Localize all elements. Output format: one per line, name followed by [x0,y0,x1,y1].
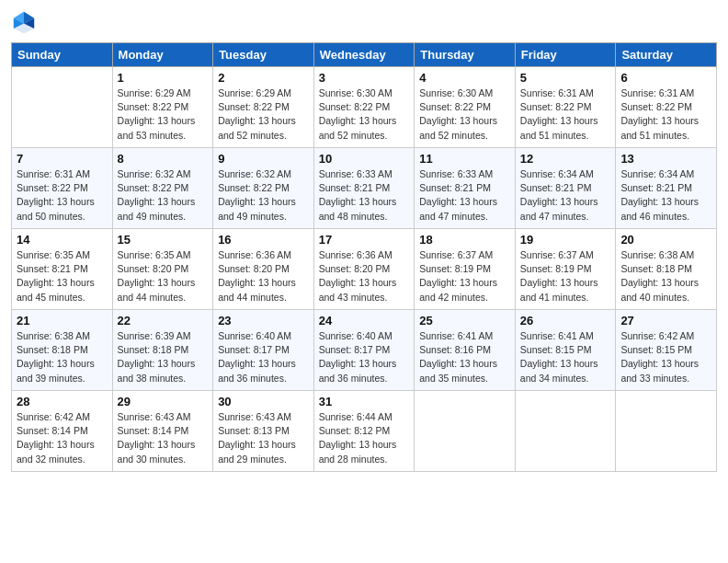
day-number: 13 [620,152,711,166]
calendar-cell [415,391,516,472]
calendar-container: SundayMondayTuesdayWednesdayThursdayFrid… [0,0,728,563]
calendar-week-row: 21Sunrise: 6:38 AM Sunset: 8:18 PM Dayli… [12,310,717,391]
day-number: 17 [319,233,410,247]
calendar-cell: 1Sunrise: 6:29 AM Sunset: 8:22 PM Daylig… [112,67,213,148]
day-number: 15 [118,233,209,247]
calendar-cell: 28Sunrise: 6:42 AM Sunset: 8:14 PM Dayli… [12,391,113,472]
calendar-cell: 9Sunrise: 6:32 AM Sunset: 8:22 PM Daylig… [213,148,314,229]
calendar-cell: 27Sunrise: 6:42 AM Sunset: 8:15 PM Dayli… [616,310,717,391]
day-info: Sunrise: 6:31 AM Sunset: 8:22 PM Dayligh… [620,86,711,143]
day-info: Sunrise: 6:42 AM Sunset: 8:15 PM Dayligh… [620,329,711,385]
calendar-cell: 17Sunrise: 6:36 AM Sunset: 8:20 PM Dayli… [313,229,415,310]
day-info: Sunrise: 6:29 AM Sunset: 8:22 PM Dayligh… [218,86,309,143]
day-number: 6 [620,71,711,85]
calendar-cell: 16Sunrise: 6:36 AM Sunset: 8:20 PM Dayli… [213,229,314,310]
day-info: Sunrise: 6:37 AM Sunset: 8:19 PM Dayligh… [419,248,510,304]
day-info: Sunrise: 6:34 AM Sunset: 8:21 PM Dayligh… [620,167,711,224]
calendar-cell: 26Sunrise: 6:41 AM Sunset: 8:15 PM Dayli… [515,310,616,391]
calendar-cell: 5Sunrise: 6:31 AM Sunset: 8:22 PM Daylig… [515,67,616,148]
day-number: 30 [218,395,309,408]
day-number: 24 [319,314,410,327]
day-number: 3 [319,71,410,85]
calendar-cell: 21Sunrise: 6:38 AM Sunset: 8:18 PM Dayli… [12,310,113,391]
weekday-header-monday: Monday [112,43,213,67]
day-number: 1 [118,71,209,85]
day-info: Sunrise: 6:44 AM Sunset: 8:12 PM Dayligh… [319,410,410,466]
day-number: 29 [118,395,209,408]
calendar-cell: 29Sunrise: 6:43 AM Sunset: 8:14 PM Dayli… [112,391,213,472]
calendar-week-row: 1Sunrise: 6:29 AM Sunset: 8:22 PM Daylig… [12,67,717,148]
calendar-week-row: 7Sunrise: 6:31 AM Sunset: 8:22 PM Daylig… [12,148,717,229]
day-info: Sunrise: 6:30 AM Sunset: 8:22 PM Dayligh… [319,86,410,143]
logo-icon [11,9,37,35]
day-number: 12 [520,152,611,166]
calendar-cell: 25Sunrise: 6:41 AM Sunset: 8:16 PM Dayli… [415,310,516,391]
day-number: 27 [620,314,711,327]
day-info: Sunrise: 6:43 AM Sunset: 8:13 PM Dayligh… [218,410,309,466]
calendar-cell: 12Sunrise: 6:34 AM Sunset: 8:21 PM Dayli… [515,148,616,229]
day-number: 10 [319,152,410,166]
day-info: Sunrise: 6:35 AM Sunset: 8:20 PM Dayligh… [118,248,209,304]
day-info: Sunrise: 6:32 AM Sunset: 8:22 PM Dayligh… [118,167,209,224]
day-info: Sunrise: 6:31 AM Sunset: 8:22 PM Dayligh… [17,167,108,224]
calendar-cell: 3Sunrise: 6:30 AM Sunset: 8:22 PM Daylig… [313,67,415,148]
calendar-cell: 13Sunrise: 6:34 AM Sunset: 8:21 PM Dayli… [616,148,717,229]
day-number: 22 [118,314,209,327]
day-info: Sunrise: 6:43 AM Sunset: 8:14 PM Dayligh… [118,410,209,466]
calendar-cell: 31Sunrise: 6:44 AM Sunset: 8:12 PM Dayli… [313,391,415,472]
day-info: Sunrise: 6:42 AM Sunset: 8:14 PM Dayligh… [17,410,108,466]
calendar-cell: 2Sunrise: 6:29 AM Sunset: 8:22 PM Daylig… [213,67,314,148]
day-number: 26 [520,314,611,327]
calendar-cell [515,391,616,472]
day-number: 14 [17,233,108,247]
day-number: 31 [319,395,410,408]
calendar-cell: 6Sunrise: 6:31 AM Sunset: 8:22 PM Daylig… [616,67,717,148]
day-number: 20 [620,233,711,247]
day-info: Sunrise: 6:29 AM Sunset: 8:22 PM Dayligh… [118,86,209,143]
day-number: 23 [218,314,309,327]
weekday-header-tuesday: Tuesday [213,43,314,67]
day-number: 5 [520,71,611,85]
day-info: Sunrise: 6:36 AM Sunset: 8:20 PM Dayligh… [218,248,309,304]
weekday-header-row: SundayMondayTuesdayWednesdayThursdayFrid… [12,43,717,67]
day-info: Sunrise: 6:30 AM Sunset: 8:22 PM Dayligh… [419,86,510,143]
day-number: 21 [17,314,108,327]
calendar-cell: 7Sunrise: 6:31 AM Sunset: 8:22 PM Daylig… [12,148,113,229]
day-info: Sunrise: 6:38 AM Sunset: 8:18 PM Dayligh… [620,248,711,304]
day-number: 16 [218,233,309,247]
calendar-cell: 19Sunrise: 6:37 AM Sunset: 8:19 PM Dayli… [515,229,616,310]
calendar-cell [12,67,113,148]
day-number: 18 [419,233,510,247]
weekday-header-saturday: Saturday [616,43,717,67]
day-info: Sunrise: 6:36 AM Sunset: 8:20 PM Dayligh… [319,248,410,304]
calendar-week-row: 28Sunrise: 6:42 AM Sunset: 8:14 PM Dayli… [12,391,717,472]
calendar-cell: 18Sunrise: 6:37 AM Sunset: 8:19 PM Dayli… [415,229,516,310]
calendar-cell: 14Sunrise: 6:35 AM Sunset: 8:21 PM Dayli… [12,229,113,310]
calendar-cell: 20Sunrise: 6:38 AM Sunset: 8:18 PM Dayli… [616,229,717,310]
day-number: 2 [218,71,309,85]
day-info: Sunrise: 6:33 AM Sunset: 8:21 PM Dayligh… [319,167,410,224]
header [11,9,717,35]
logo [11,9,40,35]
weekday-header-friday: Friday [515,43,616,67]
day-info: Sunrise: 6:39 AM Sunset: 8:18 PM Dayligh… [118,329,209,385]
weekday-header-sunday: Sunday [12,43,113,67]
day-number: 8 [118,152,209,166]
calendar-cell: 10Sunrise: 6:33 AM Sunset: 8:21 PM Dayli… [313,148,415,229]
calendar-cell: 8Sunrise: 6:32 AM Sunset: 8:22 PM Daylig… [112,148,213,229]
calendar-cell: 23Sunrise: 6:40 AM Sunset: 8:17 PM Dayli… [213,310,314,391]
day-info: Sunrise: 6:41 AM Sunset: 8:15 PM Dayligh… [520,329,611,385]
calendar-cell: 22Sunrise: 6:39 AM Sunset: 8:18 PM Dayli… [112,310,213,391]
day-info: Sunrise: 6:31 AM Sunset: 8:22 PM Dayligh… [520,86,611,143]
day-info: Sunrise: 6:37 AM Sunset: 8:19 PM Dayligh… [520,248,611,304]
day-number: 19 [520,233,611,247]
calendar-cell: 15Sunrise: 6:35 AM Sunset: 8:20 PM Dayli… [112,229,213,310]
calendar-table: SundayMondayTuesdayWednesdayThursdayFrid… [11,42,717,472]
calendar-cell: 4Sunrise: 6:30 AM Sunset: 8:22 PM Daylig… [415,67,516,148]
day-info: Sunrise: 6:38 AM Sunset: 8:18 PM Dayligh… [17,329,108,385]
weekday-header-thursday: Thursday [415,43,516,67]
day-info: Sunrise: 6:40 AM Sunset: 8:17 PM Dayligh… [319,329,410,385]
day-info: Sunrise: 6:35 AM Sunset: 8:21 PM Dayligh… [17,248,108,304]
weekday-header-wednesday: Wednesday [313,43,415,67]
day-number: 7 [17,152,108,166]
